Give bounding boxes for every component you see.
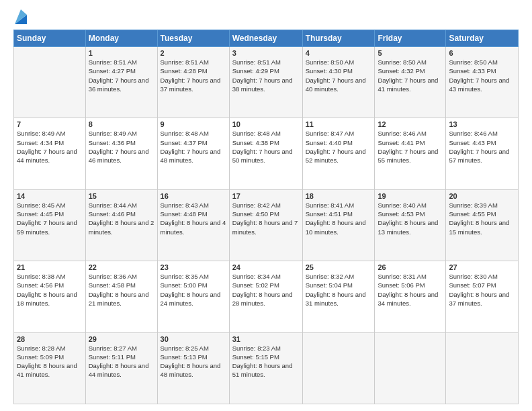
calendar-cell: 3Sunrise: 8:51 AMSunset: 4:29 PMDaylight…	[229, 47, 302, 118]
day-number: 22	[89, 263, 154, 271]
sunset-text: Sunset: 4:40 PM	[306, 138, 372, 147]
sunrise-text: Sunrise: 8:42 AM	[232, 201, 300, 210]
sunrise-text: Sunrise: 8:39 AM	[449, 201, 515, 210]
page: SundayMondayTuesdayWednesdayThursdayFrid…	[0, 0, 532, 411]
day-number: 24	[232, 263, 300, 271]
day-number: 9	[161, 120, 226, 128]
day-number: 27	[449, 263, 515, 271]
sunset-text: Sunset: 4:33 PM	[449, 66, 515, 75]
sunrise-text: Sunrise: 8:27 AM	[89, 344, 154, 353]
weekday-header: Saturday	[446, 30, 519, 47]
calendar-cell: 6Sunrise: 8:50 AMSunset: 4:33 PMDaylight…	[446, 47, 519, 118]
sunrise-text: Sunrise: 8:30 AM	[449, 272, 515, 281]
daylight-text: Daylight: 7 hours and 41 minutes.	[378, 76, 443, 94]
daylight-text: Daylight: 8 hours and 4 minutes.	[161, 218, 226, 236]
calendar-cell: 10Sunrise: 8:48 AMSunset: 4:38 PMDayligh…	[229, 118, 302, 189]
sunset-text: Sunset: 4:53 PM	[378, 210, 443, 218]
calendar-table: SundayMondayTuesdayWednesdayThursdayFrid…	[13, 30, 519, 404]
calendar-cell: 2Sunrise: 8:51 AMSunset: 4:28 PMDaylight…	[157, 47, 229, 118]
sunrise-text: Sunrise: 8:45 AM	[17, 201, 83, 210]
sunrise-text: Sunrise: 8:34 AM	[232, 272, 300, 281]
day-number: 31	[232, 335, 300, 343]
sunrise-text: Sunrise: 8:41 AM	[306, 201, 372, 210]
sunset-text: Sunset: 5:04 PM	[306, 281, 372, 289]
day-number: 17	[232, 192, 300, 200]
day-number: 30	[161, 335, 226, 343]
daylight-text: Daylight: 8 hours and 24 minutes.	[161, 290, 226, 308]
calendar-cell: 18Sunrise: 8:41 AMSunset: 4:51 PMDayligh…	[302, 189, 375, 261]
sunset-text: Sunset: 4:58 PM	[89, 281, 154, 289]
calendar-cell: 5Sunrise: 8:50 AMSunset: 4:32 PMDaylight…	[375, 47, 446, 118]
calendar-cell: 21Sunrise: 8:38 AMSunset: 4:56 PMDayligh…	[14, 261, 86, 332]
calendar-header: SundayMondayTuesdayWednesdayThursdayFrid…	[14, 30, 519, 47]
header	[13, 11, 519, 24]
daylight-text: Daylight: 8 hours and 44 minutes.	[89, 361, 154, 379]
sunrise-text: Sunrise: 8:44 AM	[89, 201, 154, 210]
calendar-cell: 16Sunrise: 8:43 AMSunset: 4:48 PMDayligh…	[157, 189, 229, 261]
day-number: 4	[306, 49, 372, 57]
day-number: 21	[17, 263, 83, 271]
calendar-week-row: 14Sunrise: 8:45 AMSunset: 4:45 PMDayligh…	[14, 189, 519, 261]
weekday-row: SundayMondayTuesdayWednesdayThursdayFrid…	[14, 30, 519, 47]
calendar-cell: 12Sunrise: 8:46 AMSunset: 4:41 PMDayligh…	[375, 118, 446, 189]
sunset-text: Sunset: 4:51 PM	[306, 210, 372, 218]
sunrise-text: Sunrise: 8:43 AM	[161, 201, 226, 210]
calendar-cell: 11Sunrise: 8:47 AMSunset: 4:40 PMDayligh…	[302, 118, 375, 189]
sunset-text: Sunset: 4:41 PM	[378, 138, 443, 147]
calendar-cell	[375, 332, 446, 404]
calendar-cell	[446, 332, 519, 404]
sunrise-text: Sunrise: 8:50 AM	[449, 58, 515, 66]
calendar-cell: 1Sunrise: 8:51 AMSunset: 4:27 PMDaylight…	[85, 47, 157, 118]
calendar-cell: 4Sunrise: 8:50 AMSunset: 4:30 PMDaylight…	[302, 47, 375, 118]
sunset-text: Sunset: 4:34 PM	[17, 138, 83, 147]
sunset-text: Sunset: 4:28 PM	[161, 66, 226, 75]
calendar-cell: 27Sunrise: 8:30 AMSunset: 5:07 PMDayligh…	[446, 261, 519, 332]
logo-icon	[15, 9, 27, 24]
sunset-text: Sunset: 4:29 PM	[232, 66, 300, 75]
calendar-cell: 25Sunrise: 8:32 AMSunset: 5:04 PMDayligh…	[302, 261, 375, 332]
sunset-text: Sunset: 5:11 PM	[89, 353, 154, 361]
sunset-text: Sunset: 4:32 PM	[378, 66, 443, 75]
day-number: 14	[17, 192, 83, 200]
calendar-cell: 31Sunrise: 8:23 AMSunset: 5:15 PMDayligh…	[229, 332, 302, 404]
daylight-text: Daylight: 7 hours and 48 minutes.	[161, 147, 226, 165]
logo	[13, 11, 27, 24]
calendar-week-row: 7Sunrise: 8:49 AMSunset: 4:34 PMDaylight…	[14, 118, 519, 189]
calendar-week-row: 28Sunrise: 8:28 AMSunset: 5:09 PMDayligh…	[14, 332, 519, 404]
sunset-text: Sunset: 5:06 PM	[378, 281, 443, 289]
day-number: 16	[161, 192, 226, 200]
calendar-cell: 9Sunrise: 8:48 AMSunset: 4:37 PMDaylight…	[157, 118, 229, 189]
calendar-cell: 24Sunrise: 8:34 AMSunset: 5:02 PMDayligh…	[229, 261, 302, 332]
sunrise-text: Sunrise: 8:51 AM	[89, 58, 154, 66]
weekday-header: Friday	[375, 30, 446, 47]
sunset-text: Sunset: 4:50 PM	[232, 210, 300, 218]
daylight-text: Daylight: 8 hours and 21 minutes.	[89, 290, 154, 308]
sunrise-text: Sunrise: 8:46 AM	[449, 129, 515, 138]
calendar-cell: 28Sunrise: 8:28 AMSunset: 5:09 PMDayligh…	[14, 332, 86, 404]
daylight-text: Daylight: 8 hours and 18 minutes.	[17, 290, 83, 308]
sunrise-text: Sunrise: 8:36 AM	[89, 272, 154, 281]
daylight-text: Daylight: 7 hours and 52 minutes.	[306, 147, 372, 165]
sunset-text: Sunset: 5:13 PM	[161, 353, 226, 361]
day-number: 26	[378, 263, 443, 271]
daylight-text: Daylight: 8 hours and 48 minutes.	[161, 361, 226, 379]
calendar-body: 1Sunrise: 8:51 AMSunset: 4:27 PMDaylight…	[14, 47, 519, 404]
daylight-text: Daylight: 8 hours and 37 minutes.	[449, 290, 515, 308]
day-number: 18	[306, 192, 372, 200]
calendar-cell	[302, 332, 375, 404]
daylight-text: Daylight: 8 hours and 10 minutes.	[306, 218, 372, 236]
weekday-header: Thursday	[302, 30, 375, 47]
calendar-cell: 22Sunrise: 8:36 AMSunset: 4:58 PMDayligh…	[85, 261, 157, 332]
daylight-text: Daylight: 7 hours and 38 minutes.	[232, 76, 300, 94]
calendar-cell: 13Sunrise: 8:46 AMSunset: 4:43 PMDayligh…	[446, 118, 519, 189]
sunset-text: Sunset: 4:38 PM	[232, 138, 300, 147]
sunrise-text: Sunrise: 8:50 AM	[306, 58, 372, 66]
sunrise-text: Sunrise: 8:35 AM	[161, 272, 226, 281]
day-number: 15	[89, 192, 154, 200]
sunrise-text: Sunrise: 8:40 AM	[378, 201, 443, 210]
sunset-text: Sunset: 4:48 PM	[161, 210, 226, 218]
sunrise-text: Sunrise: 8:51 AM	[161, 58, 226, 66]
sunset-text: Sunset: 4:30 PM	[306, 66, 372, 75]
sunset-text: Sunset: 4:46 PM	[89, 210, 154, 218]
weekday-header: Sunday	[14, 30, 86, 47]
